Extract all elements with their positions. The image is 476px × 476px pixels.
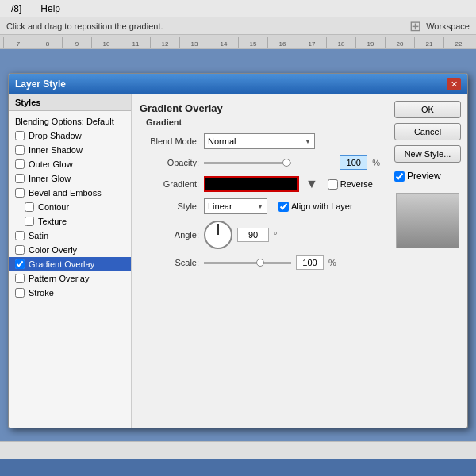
bevel-emboss-checkbox[interactable] <box>15 188 25 198</box>
blend-mode-dropdown[interactable]: Normal ▼ <box>204 133 315 149</box>
satin-checkbox[interactable] <box>15 231 25 240</box>
ruler-mark: 21 <box>414 37 443 48</box>
contour-checkbox[interactable] <box>25 202 34 212</box>
layer-style-dialog: Layer Style ✕ Styles Blending Options: D… <box>8 73 468 428</box>
stroke-checkbox[interactable] <box>15 288 25 298</box>
sidebar-item-pattern-overlay[interactable]: Pattern Overlay <box>9 271 131 286</box>
main-panel: Gradient Overlay Gradient Blend Mode: No… <box>132 94 388 428</box>
opacity-unit: % <box>372 158 380 167</box>
ruler-mark: 19 <box>355 37 385 48</box>
blend-mode-row: Blend Mode: Normal ▼ <box>140 133 380 149</box>
ok-button[interactable]: OK <box>394 101 461 118</box>
stroke-label: Stroke <box>29 288 54 298</box>
ruler-mark: 17 <box>297 37 326 48</box>
blend-mode-arrow-icon: ▼ <box>305 138 311 145</box>
sidebar-item-drop-shadow[interactable]: Drop Shadow <box>9 129 131 143</box>
angle-input[interactable]: 90 <box>237 228 269 242</box>
style-label: Style: <box>140 202 199 211</box>
ruler-marks: 7 8 9 10 11 12 13 14 15 16 17 18 19 20 2… <box>3 37 473 48</box>
sidebar-item-gradient-overlay[interactable]: Gradient Overlay <box>9 257 131 271</box>
reverse-text: Reverse <box>340 179 373 189</box>
gradient-dropdown-icon[interactable]: ▼ <box>305 177 318 191</box>
angle-dial[interactable] <box>204 221 232 249</box>
styles-panel: Styles Blending Options: Default Drop Sh… <box>9 94 132 428</box>
angle-label: Angle: <box>140 230 199 240</box>
ruler-mark: 12 <box>150 37 179 48</box>
ruler-mark: 10 <box>91 37 121 48</box>
align-layer-text: Align with Layer <box>291 202 353 211</box>
styles-list: Blending Options: Default Drop Shadow In… <box>9 111 131 303</box>
menu-item-help[interactable]: Help <box>36 2 65 16</box>
inner-glow-label: Inner Glow <box>29 174 71 183</box>
dialog-body: Styles Blending Options: Default Drop Sh… <box>9 94 467 428</box>
reverse-checkbox[interactable] <box>328 179 338 190</box>
inner-shadow-label: Inner Shadow <box>29 145 83 155</box>
new-style-button[interactable]: New Style... <box>394 145 461 163</box>
bevel-emboss-label: Bevel and Emboss <box>29 188 102 198</box>
scale-slider[interactable] <box>204 262 291 264</box>
inner-glow-checkbox[interactable] <box>15 174 25 183</box>
workspace-icon: ⊞ <box>409 17 421 35</box>
gradient-preview[interactable] <box>204 176 299 192</box>
menu-bar: /8] Help <box>0 0 476 17</box>
ruler-mark: 22 <box>443 37 473 48</box>
inner-shadow-checkbox[interactable] <box>15 145 25 155</box>
drop-shadow-label: Drop Shadow <box>29 131 82 140</box>
sidebar-item-bevel-emboss[interactable]: Bevel and Emboss <box>9 186 131 200</box>
sidebar-item-color-overlay[interactable]: Color Overly <box>9 243 131 257</box>
blend-mode-label: Blend Mode: <box>140 136 199 146</box>
sidebar-item-outer-glow[interactable]: Outer Glow <box>9 157 131 171</box>
gradient-row: Gradient: ▼ Reverse <box>140 176 380 192</box>
close-button[interactable]: ✕ <box>447 78 461 90</box>
ruler-mark: 9 <box>62 37 91 48</box>
dialog-title: Layer Style <box>15 79 66 90</box>
sidebar-item-satin[interactable]: Satin <box>9 228 131 243</box>
angle-unit: ° <box>274 230 277 240</box>
scale-input[interactable]: 100 <box>296 255 324 270</box>
sidebar-item-inner-glow[interactable]: Inner Glow <box>9 171 131 186</box>
drop-shadow-checkbox[interactable] <box>15 131 25 140</box>
ruler: 7 8 9 10 11 12 13 14 15 16 17 18 19 20 2… <box>0 35 476 49</box>
preview-box <box>396 193 459 248</box>
sidebar-item-inner-shadow[interactable]: Inner Shadow <box>9 143 131 157</box>
scale-label: Scale: <box>140 258 199 267</box>
menu-item-slash[interactable]: /8] <box>6 2 26 16</box>
outer-glow-checkbox[interactable] <box>15 159 25 169</box>
opacity-slider-container <box>204 162 335 164</box>
color-overlay-checkbox[interactable] <box>15 245 25 255</box>
preview-checkbox[interactable] <box>394 171 405 182</box>
reverse-label[interactable]: Reverse <box>328 179 373 190</box>
sidebar-item-contour[interactable]: Contour <box>9 200 131 214</box>
sidebar-item-stroke[interactable]: Stroke <box>9 286 131 300</box>
opacity-input[interactable]: 100 <box>340 155 367 170</box>
preview-label: Preview <box>407 171 441 182</box>
styles-header: Styles <box>9 94 131 111</box>
ruler-mark: 18 <box>326 37 355 48</box>
cancel-button[interactable]: Cancel <box>394 123 461 140</box>
dial-needle <box>217 224 219 235</box>
canvas-area: Layer Style ✕ Styles Blending Options: D… <box>0 49 476 441</box>
contour-label: Contour <box>38 202 69 212</box>
ruler-mark: 20 <box>385 37 414 48</box>
style-dropdown[interactable]: Linear ▼ <box>204 198 267 214</box>
scale-row: Scale: 100 % <box>140 255 380 270</box>
opacity-slider[interactable] <box>204 162 291 164</box>
align-layer-label[interactable]: Align with Layer <box>278 202 353 212</box>
align-layer-checkbox[interactable] <box>278 202 289 212</box>
right-panel: OK Cancel New Style... Preview <box>388 94 467 428</box>
status-text <box>6 446 9 455</box>
outer-glow-label: Outer Glow <box>29 159 73 169</box>
color-overlay-label: Color Overly <box>29 245 77 255</box>
texture-checkbox[interactable] <box>25 217 34 226</box>
pattern-overlay-checkbox[interactable] <box>15 274 25 283</box>
ruler-mark: 7 <box>3 37 33 48</box>
sidebar-item-texture[interactable]: Texture <box>9 214 131 228</box>
gradient-label: Gradient: <box>140 179 199 189</box>
opacity-row: Opacity: 100 % <box>140 155 380 170</box>
ruler-mark: 8 <box>33 37 62 48</box>
gradient-overlay-checkbox[interactable] <box>15 259 25 269</box>
preview-row: Preview <box>394 171 461 182</box>
ruler-mark: 14 <box>209 37 238 48</box>
sidebar-item-blending-options[interactable]: Blending Options: Default <box>9 114 131 129</box>
texture-label: Texture <box>38 217 67 226</box>
